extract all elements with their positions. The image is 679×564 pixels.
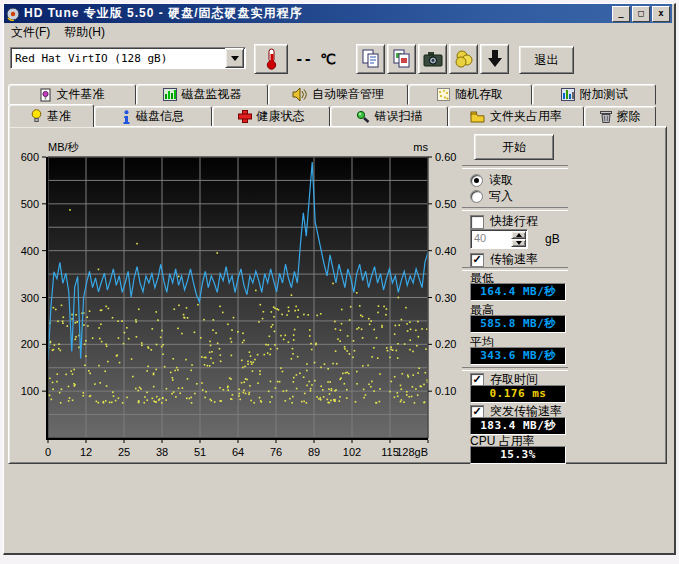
min-value-lcd: 164.4 MB/秒 <box>470 283 566 301</box>
maximize-button[interactable]: □ <box>632 6 650 22</box>
transfer-rate-label: 传输速率 <box>490 251 538 268</box>
write-radio[interactable] <box>470 190 483 203</box>
tab-label: 磁盘监视器 <box>182 86 242 103</box>
drive-select-dropdown-button[interactable] <box>225 48 244 68</box>
tab-label: 附加测试 <box>580 86 628 103</box>
benchmark-icon <box>31 109 42 124</box>
svg-text:600: 600 <box>21 151 39 163</box>
title-bar: HD Tune 专业版 5.50 - 硬盘/固态硬盘实用程序 _ □ x <box>4 4 672 23</box>
window-title: HD Tune 专业版 5.50 - 硬盘/固态硬盘实用程序 <box>24 5 302 22</box>
tab-label: 基准 <box>47 108 71 125</box>
transfer-rate-checkbox[interactable]: ✓ <box>470 253 484 267</box>
svg-text:0.10: 0.10 <box>435 385 456 397</box>
health-icon <box>238 110 252 123</box>
short-stroke-label: 快捷行程 <box>490 213 538 230</box>
read-radio-label: 读取 <box>489 172 513 189</box>
svg-text:400: 400 <box>21 245 39 257</box>
svg-text:0: 0 <box>45 446 51 458</box>
error-scan-icon <box>356 110 370 123</box>
svg-text:0.50: 0.50 <box>435 198 456 210</box>
tab-label: 随机存取 <box>455 86 503 103</box>
noise-management-icon <box>292 88 307 101</box>
short-stroke-option[interactable]: 快捷行程 <box>470 213 538 230</box>
chevron-down-icon <box>231 56 239 61</box>
read-mode-option[interactable]: 读取 <box>470 172 513 189</box>
menu-help[interactable]: 帮助(H) <box>57 23 112 42</box>
short-stroke-value: 40 <box>471 230 511 248</box>
save-icon <box>486 49 504 69</box>
chevron-up-icon <box>516 233 522 237</box>
svg-text:128gB: 128gB <box>396 446 428 458</box>
svg-text:0.30: 0.30 <box>435 292 456 304</box>
tab-front-4[interactable]: 文件夹占用率 <box>448 106 584 127</box>
donate-icon <box>454 49 474 69</box>
tab-back-3[interactable]: 随机存取 <box>408 84 532 105</box>
tab-front-0[interactable]: 基准 <box>8 104 94 127</box>
extra-tests-icon <box>561 88 575 101</box>
tab-label: 文件夹占用率 <box>490 108 562 125</box>
tab-row-back: 文件基准磁盘监视器自动噪音管理随机存取附加测试 <box>8 84 656 105</box>
minimize-button[interactable]: _ <box>612 6 630 22</box>
random-access-icon <box>437 88 450 101</box>
erase-icon <box>600 110 612 123</box>
tab-label: 磁盘信息 <box>136 108 184 125</box>
stepper-up-button[interactable] <box>511 231 526 239</box>
separator <box>462 165 568 169</box>
copy-image-icon <box>392 49 412 69</box>
exit-button[interactable]: 退出 <box>519 46 574 74</box>
svg-text:102: 102 <box>343 446 361 458</box>
disk-info-icon <box>122 110 131 124</box>
menu-bar: 文件(F) 帮助(H) <box>4 23 672 41</box>
tab-back-1[interactable]: 磁盘监视器 <box>136 84 268 105</box>
tab-label: 错误扫描 <box>375 108 423 125</box>
transfer-rate-option[interactable]: ✓ 传输速率 <box>470 251 538 268</box>
svg-text:76: 76 <box>270 446 282 458</box>
avg-value-lcd: 343.6 MB/秒 <box>470 347 566 365</box>
svg-text:0.40: 0.40 <box>435 245 456 257</box>
tab-row-front: 基准磁盘信息健康状态错误扫描文件夹占用率擦除 <box>8 104 656 127</box>
tab-front-1[interactable]: 磁盘信息 <box>94 106 212 127</box>
read-radio[interactable] <box>470 174 483 187</box>
svg-text:51: 51 <box>194 446 206 458</box>
tab-back-0[interactable]: 文件基准 <box>8 84 136 105</box>
copy-text-button[interactable] <box>356 44 385 74</box>
svg-text:0.20: 0.20 <box>435 338 456 350</box>
temperature-button[interactable] <box>254 44 288 74</box>
menu-file[interactable]: 文件(F) <box>4 23 57 42</box>
tab-front-5[interactable]: 擦除 <box>584 106 656 127</box>
file-benchmark-icon <box>40 88 52 102</box>
svg-text:MB/秒: MB/秒 <box>48 141 80 153</box>
svg-text:25: 25 <box>118 446 130 458</box>
donate-button[interactable] <box>449 44 478 74</box>
cpu-usage-lcd: 15.3% <box>470 446 566 464</box>
max-value-lcd: 585.8 MB/秒 <box>470 315 566 333</box>
temperature-readout: -- ℃ <box>295 51 336 67</box>
svg-text:200: 200 <box>21 338 39 350</box>
folder-usage-icon <box>470 111 485 123</box>
start-button[interactable]: 开始 <box>474 134 554 160</box>
tab-front-3[interactable]: 错误扫描 <box>330 106 448 127</box>
close-button[interactable]: x <box>652 6 670 22</box>
tab-back-2[interactable]: 自动噪音管理 <box>268 84 408 105</box>
drive-select[interactable]: Red Hat VirtIO (128 gB) <box>10 47 246 69</box>
tab-label: 文件基准 <box>57 86 105 103</box>
tab-back-4[interactable]: 附加测试 <box>532 84 656 105</box>
short-stroke-stepper[interactable]: 40 <box>470 229 528 249</box>
svg-text:500: 500 <box>21 198 39 210</box>
short-stroke-checkbox[interactable] <box>470 215 484 229</box>
svg-text:64: 64 <box>232 446 244 458</box>
write-mode-option[interactable]: 写入 <box>470 188 513 205</box>
copy-image-button[interactable] <box>387 44 416 74</box>
screenshot-icon <box>423 50 443 68</box>
screenshot-button[interactable] <box>418 44 447 74</box>
tab-front-2[interactable]: 健康状态 <box>212 106 330 127</box>
stepper-down-button[interactable] <box>511 239 526 247</box>
drive-select-value: Red Hat VirtIO (128 gB) <box>11 52 225 65</box>
svg-text:ms: ms <box>413 141 428 153</box>
svg-text:89: 89 <box>308 446 320 458</box>
svg-text:12: 12 <box>80 446 92 458</box>
thermometer-icon <box>261 48 281 70</box>
save-button[interactable] <box>480 44 509 74</box>
benchmark-chart: 1002003004005006000.100.200.300.400.500.… <box>14 134 474 460</box>
disk-monitor-icon <box>163 88 177 101</box>
